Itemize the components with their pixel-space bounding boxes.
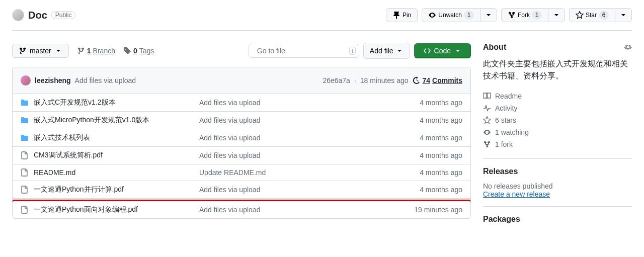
file-icon	[21, 206, 29, 214]
files-box: leezisheng Add files via upload 26e6a7a …	[12, 67, 471, 219]
file-row: 嵌入式C开发规范v1.2版本Add files via upload4 mont…	[13, 94, 470, 112]
file-row: 嵌入式技术栈列表Add files via upload4 months ago	[13, 129, 470, 147]
file-row: CM3调试系统简析.pdfAdd files via upload4 month…	[13, 147, 470, 164]
file-time: 4 months ago	[420, 151, 462, 159]
unwatch-dropdown[interactable]	[480, 8, 497, 22]
file-commit-msg[interactable]: Add files via upload	[199, 99, 420, 107]
file-name[interactable]: README.md	[34, 168, 75, 177]
file-time: 4 months ago	[420, 168, 462, 177]
file-row: README.mdUpdate README.md4 months ago	[13, 164, 470, 181]
file-time: 4 months ago	[420, 99, 462, 107]
file-name[interactable]: 一文速通Python面向对象编程.pdf	[34, 205, 138, 214]
fork-label: Fork	[518, 10, 530, 20]
about-description: 此文件夹主要包括嵌入式开发规范和相关技术书籍、资料分享。	[483, 58, 632, 82]
add-file-label: Add file	[370, 46, 393, 56]
create-release-link[interactable]: Create a new release	[483, 190, 550, 198]
caret-down-icon	[395, 47, 404, 55]
repo-header: Doc Public Pin Unwatch 1 Fork 1	[12, 8, 632, 31]
caret-down-icon	[619, 11, 627, 19]
file-commit-msg[interactable]: Add files via upload	[199, 134, 420, 142]
branch-select[interactable]: master	[12, 44, 69, 58]
file-time: 4 months ago	[420, 116, 462, 124]
fork-icon	[508, 11, 516, 19]
readme-link[interactable]: Readme	[483, 90, 632, 102]
star-label: Star	[586, 10, 597, 20]
folder-icon	[21, 99, 29, 107]
star-icon	[483, 116, 491, 124]
releases-heading[interactable]: Releases	[483, 167, 632, 176]
commits-link[interactable]: 74 Commits	[413, 76, 462, 84]
file-search-input[interactable]	[257, 47, 345, 55]
commit-message[interactable]: Add files via upload	[75, 76, 136, 84]
unwatch-button[interactable]: Unwatch 1	[422, 8, 480, 22]
fork-dropdown[interactable]	[548, 8, 565, 22]
history-icon	[413, 76, 421, 84]
star-icon	[576, 11, 584, 19]
file-icon	[21, 186, 29, 194]
file-time: 19 minutes ago	[414, 206, 462, 214]
caret-down-icon	[552, 11, 560, 19]
file-icon	[21, 151, 29, 159]
latest-commit-bar: leezisheng Add files via upload 26e6a7a …	[13, 67, 470, 94]
search-kbd: t	[349, 47, 356, 55]
eye-icon	[483, 128, 491, 136]
file-name[interactable]: CM3调试系统简析.pdf	[34, 151, 103, 160]
file-search[interactable]: t	[249, 44, 359, 58]
watch-count: 1	[464, 11, 474, 20]
folder-icon	[21, 116, 29, 124]
file-name[interactable]: 一文速通Python并行计算.pdf	[34, 185, 124, 194]
forks-link[interactable]: 1 fork	[483, 138, 632, 150]
file-commit-msg[interactable]: Add files via upload	[199, 206, 414, 214]
code-icon	[423, 47, 431, 55]
pin-label: Pin	[403, 10, 411, 20]
branch-icon	[77, 47, 85, 55]
caret-down-icon	[454, 47, 462, 55]
caret-down-icon	[54, 47, 62, 55]
commit-author[interactable]: leezisheng	[35, 76, 71, 84]
packages-heading[interactable]: Packages	[483, 215, 632, 224]
file-row: 一文速通Python面向对象编程.pdfAdd files via upload…	[13, 201, 470, 218]
star-button[interactable]: Star 6	[569, 8, 615, 22]
about-heading: About	[483, 43, 632, 52]
eye-icon	[428, 11, 436, 19]
file-row: 一文速通Python并行计算.pdfAdd files via upload4 …	[13, 181, 470, 199]
add-file-button[interactable]: Add file	[363, 43, 410, 59]
tag-icon	[123, 47, 131, 55]
file-row: 嵌入式MicroPython开发规范v1.0版本Add files via up…	[13, 112, 470, 129]
fork-count: 1	[532, 11, 542, 20]
commit-author-avatar[interactable]	[21, 75, 31, 85]
commit-time: 18 minutes ago	[360, 76, 409, 84]
gear-icon[interactable]	[624, 43, 632, 51]
file-commit-msg[interactable]: Update README.md	[199, 168, 420, 177]
branches-link[interactable]: 1 Branch	[77, 47, 115, 55]
visibility-badge: Public	[51, 11, 76, 19]
code-button[interactable]: Code	[414, 43, 471, 58]
repo-title[interactable]: Doc	[28, 10, 47, 21]
file-commit-msg[interactable]: Add files via upload	[199, 116, 420, 124]
activity-link[interactable]: Activity	[483, 102, 632, 114]
file-time: 4 months ago	[420, 134, 462, 142]
branch-name: master	[30, 47, 51, 55]
star-count: 6	[599, 11, 609, 20]
file-commit-msg[interactable]: Add files via upload	[199, 186, 420, 194]
fork-button[interactable]: Fork 1	[501, 8, 548, 22]
file-commit-msg[interactable]: Add files via upload	[199, 151, 420, 159]
stars-link[interactable]: 6 stars	[483, 114, 632, 126]
owner-avatar[interactable]	[12, 9, 24, 21]
file-icon	[21, 168, 29, 177]
no-releases: No releases published	[483, 182, 632, 190]
file-time: 4 months ago	[420, 186, 462, 194]
code-label: Code	[434, 47, 451, 55]
book-icon	[483, 92, 491, 100]
file-name[interactable]: 嵌入式MicroPython开发规范v1.0版本	[34, 116, 149, 125]
file-name[interactable]: 嵌入式C开发规范v1.2版本	[34, 98, 116, 107]
star-dropdown[interactable]	[615, 8, 632, 22]
tags-link[interactable]: 0 Tags	[123, 47, 154, 55]
commit-hash[interactable]: 26e6a7a	[323, 76, 350, 84]
pin-button[interactable]: Pin	[386, 8, 418, 22]
branch-icon	[19, 47, 27, 55]
pulse-icon	[483, 104, 491, 112]
folder-icon	[21, 134, 29, 142]
watching-link[interactable]: 1 watching	[483, 126, 632, 138]
file-name[interactable]: 嵌入式技术栈列表	[34, 133, 90, 142]
